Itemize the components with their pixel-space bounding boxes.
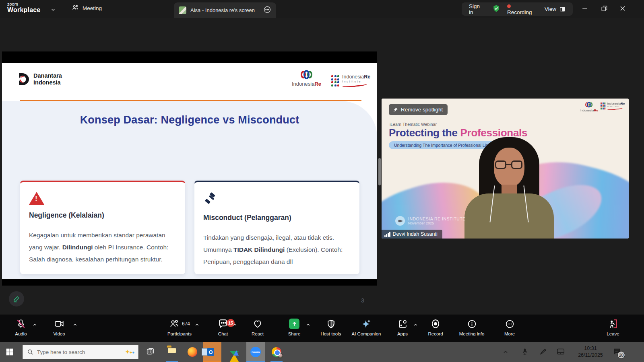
gavel-icon: [203, 192, 218, 206]
tab-meeting[interactable]: Meeting: [72, 4, 102, 12]
mini-inst-1: Indonesia: [607, 102, 621, 105]
meeting-info-button[interactable]: Meeting info: [452, 318, 491, 336]
restore-button[interactable]: [600, 4, 608, 14]
danantara-logo: Danantara Indonesia: [16, 72, 62, 86]
institute-name-2: Re: [364, 74, 370, 80]
brand-zoom: zoom: [7, 2, 40, 7]
clock-date: 26/11/2025: [575, 352, 606, 359]
participants-button[interactable]: 674 Participants: [160, 318, 199, 336]
search-input[interactable]: [37, 349, 109, 355]
tab-avatar: [179, 6, 186, 14]
panel-resize-handle[interactable]: [378, 158, 381, 185]
notification-center-button[interactable]: 20: [613, 347, 621, 358]
audio-options-chevron[interactable]: [32, 322, 38, 327]
meeting-info-label: Meeting info: [452, 331, 491, 336]
view-button[interactable]: View: [545, 6, 566, 12]
zoom-app-icon[interactable]: zoom: [250, 347, 260, 356]
firefox-icon[interactable]: [188, 347, 197, 357]
chat-options-chevron[interactable]: [232, 322, 238, 327]
file-explorer-icon[interactable]: [167, 347, 177, 357]
watermark-line1: INDONESIA RE INSTITUTE: [408, 216, 466, 221]
notification-count-badge: 20: [617, 351, 625, 359]
institute-swoosh: [342, 82, 367, 88]
view-label: View: [545, 6, 556, 12]
ai-companion-label: AI Companion: [344, 331, 388, 336]
presenter-jacket: [464, 193, 554, 239]
leave-icon: [608, 319, 618, 329]
danantara-line2: Indonesia: [33, 79, 62, 86]
tray-pen-icon[interactable]: [539, 347, 548, 357]
participants-icon: [169, 319, 180, 329]
video-options-chevron[interactable]: [72, 322, 78, 327]
task-view-button[interactable]: [146, 347, 155, 357]
meeting-toolbar: Audio Video 674 Participants: [0, 315, 644, 342]
share-screen-icon: [289, 319, 299, 329]
participants-label: Participants: [160, 331, 199, 336]
presentation-slide: Danantara Indonesia IndonesiaRe: [2, 63, 377, 279]
remove-spotlight-button[interactable]: Remove spotlight: [389, 104, 448, 115]
mic-muted-icon: [16, 319, 26, 329]
negligence-body-bold: Dilindungi: [62, 244, 93, 251]
presenter-glasses: [495, 160, 523, 169]
mini-rings-icon: [580, 102, 598, 107]
shield-icon: [326, 319, 336, 329]
shared-screen: Danantara Indonesia IndonesiaRe: [2, 51, 377, 286]
google-drive-icon[interactable]: [229, 347, 239, 357]
workspace-chevron-down-icon[interactable]: [51, 7, 56, 13]
annotate-button[interactable]: [9, 291, 24, 306]
mini-ire-2: Re: [594, 109, 598, 112]
misconduct-body-bold: TIDAK Dilindungi: [233, 246, 285, 253]
pin-icon: [392, 107, 398, 113]
clock-time: 10:31: [575, 345, 606, 352]
recording-indicator[interactable]: Recording: [507, 3, 538, 15]
taskbar-search[interactable]: ✦✦✦: [23, 345, 138, 359]
negligence-card: Negligence (Kelalaian) Kegagalan untuk m…: [20, 181, 185, 274]
record-label: Record: [416, 331, 455, 336]
spotlight-video-tile[interactable]: iLearn Thematic Webinar Protecting the P…: [382, 99, 629, 239]
slide-title: Konsep Dasar: Negligence vs Misconduct: [2, 114, 377, 126]
sign-in-button[interactable]: Sign in: [469, 3, 485, 15]
video-corner-logos: IndonesiaRe IndonesiaRe Institute: [580, 102, 625, 112]
indonesiare-institute-logo: IndonesiaRe Institute: [331, 74, 370, 87]
share-label: Share: [275, 331, 314, 336]
chrome-icon[interactable]: [272, 347, 281, 357]
tab-shared-screen-label: Alsa - Indonesia re's screen: [190, 7, 255, 13]
zoom-workplace-logo: zoom Workplace: [7, 2, 40, 13]
recording-dot-icon: [507, 4, 511, 8]
security-shield-icon[interactable]: [492, 4, 500, 14]
tab-shared-screen[interactable]: Alsa - Indonesia re's screen: [174, 2, 276, 18]
headline-part1: Protecting the: [389, 127, 460, 139]
minimize-button[interactable]: [581, 4, 589, 14]
leave-label: Leave: [594, 331, 632, 336]
ai-companion-button[interactable]: AI Companion: [344, 318, 388, 336]
pencil-icon: [12, 295, 21, 303]
slide-body: Konsep Dasar: Negligence vs Misconduct N…: [2, 101, 377, 279]
outlook-icon[interactable]: O: [207, 347, 217, 357]
brand-workplace: Workplace: [7, 7, 40, 14]
mini-ire-1: Indonesia: [580, 109, 594, 112]
participant-name-tag: Devvi Indah Susanti: [382, 230, 442, 239]
tray-chevron-up-icon[interactable]: [502, 349, 512, 358]
participants-options-chevron[interactable]: [194, 322, 200, 327]
ire-name-2: Re: [314, 81, 321, 87]
more-button[interactable]: More: [490, 318, 529, 336]
record-button[interactable]: Record: [416, 318, 455, 336]
share-options-chevron[interactable]: [305, 322, 311, 327]
bing-sparkle-icon: ✦✦✦: [125, 348, 134, 356]
more-ellipsis-icon: [505, 319, 515, 329]
recording-label: Recording: [507, 9, 532, 15]
taskbar-clock[interactable]: 10:31 26/11/2025: [575, 345, 606, 359]
start-button[interactable]: [6, 348, 14, 358]
react-button[interactable]: React: [238, 318, 277, 336]
slide-header: Danantara Indonesia IndonesiaRe: [2, 63, 377, 101]
tray-mic-icon[interactable]: [521, 347, 530, 357]
tab-more-icon[interactable]: [263, 6, 271, 15]
tray-touchpad-icon[interactable]: [556, 347, 566, 357]
close-button[interactable]: [619, 4, 627, 14]
leave-button[interactable]: Leave: [594, 318, 632, 336]
mini-institute-logo: IndonesiaRe Institute: [601, 102, 625, 112]
windows-logo-icon: [6, 348, 14, 356]
zoom-titlebar: zoom Workplace Meeting Alsa - Indonesia …: [0, 0, 644, 18]
institute-watermark: INDONESIA RE INSTITUTE November 2025: [395, 216, 466, 226]
video-camera-icon: [54, 319, 64, 329]
